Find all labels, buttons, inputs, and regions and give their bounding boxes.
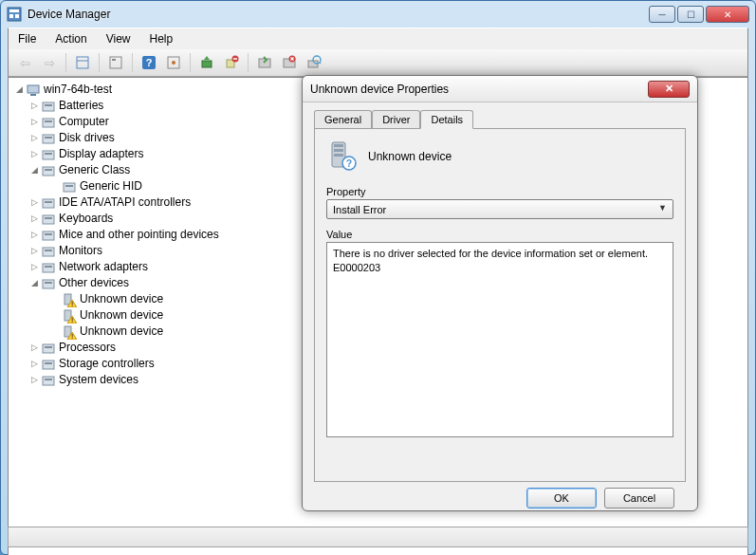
dialog-close-button[interactable]: ✕ <box>648 81 690 98</box>
svg-rect-27 <box>45 104 52 106</box>
value-line: There is no driver selected for the devi… <box>333 247 667 261</box>
device-category-icon: ! <box>62 324 77 340</box>
device-category-icon <box>41 276 56 291</box>
expander-icon[interactable]: ▷ <box>28 372 41 388</box>
svg-text:!: ! <box>71 300 73 307</box>
menu-view[interactable]: View <box>102 30 135 47</box>
svg-rect-39 <box>45 201 52 203</box>
expander-icon[interactable]: ◢ <box>28 162 41 178</box>
expander-icon[interactable]: ▷ <box>28 194 41 211</box>
cancel-button[interactable]: Cancel <box>604 488 674 509</box>
minimize-button[interactable]: ─ <box>649 6 675 23</box>
svg-rect-66 <box>334 144 343 147</box>
expander-icon[interactable]: ▷ <box>28 114 41 130</box>
device-name-label: Unknown device <box>368 150 452 163</box>
toolbar-separator <box>99 53 100 72</box>
tree-item-label: Storage controllers <box>59 356 155 372</box>
svg-rect-36 <box>64 183 75 192</box>
svg-rect-4 <box>77 57 88 68</box>
show-hidden-button[interactable] <box>72 52 93 73</box>
expander-icon[interactable]: ▷ <box>28 98 41 114</box>
property-label: Property <box>326 186 673 197</box>
details-panel: ? Unknown device Property Install Error … <box>314 129 686 482</box>
tree-item-label: Unknown device <box>80 307 163 324</box>
expander-icon[interactable]: ▷ <box>28 211 41 227</box>
tree-item-label: Generic Class <box>59 162 130 178</box>
toolbar-separator <box>248 53 249 72</box>
tree-item-label: Processors <box>59 340 116 356</box>
device-category-icon: ! <box>62 308 77 324</box>
expander-icon[interactable]: ▷ <box>28 356 41 372</box>
svg-text:!: ! <box>71 332 73 340</box>
svg-rect-43 <box>45 233 52 235</box>
expander-icon[interactable]: ▷ <box>28 227 41 243</box>
svg-rect-35 <box>45 169 52 171</box>
expander-icon[interactable]: ▷ <box>28 340 41 356</box>
window-icon <box>7 7 22 22</box>
statusbar <box>8 527 748 547</box>
svg-rect-6 <box>110 57 121 68</box>
device-category-icon <box>41 357 56 372</box>
svg-rect-47 <box>45 266 52 268</box>
help-button[interactable]: ? <box>138 52 159 73</box>
property-combobox[interactable]: Install Error <box>326 199 673 219</box>
enable-button[interactable] <box>254 52 275 73</box>
expander-icon[interactable]: ▷ <box>28 146 41 162</box>
close-button[interactable]: ✕ <box>706 6 749 23</box>
toolbar-separator <box>65 53 66 72</box>
uninstall-button[interactable] <box>221 52 242 73</box>
tree-item-label: IDE ATA/ATAPI controllers <box>59 194 191 211</box>
svg-rect-33 <box>45 153 52 155</box>
toolbar: ⇦ ⇨ ? <box>8 49 748 77</box>
tree-item-label: Mice and other pointing devices <box>59 227 219 243</box>
scan-hardware-button[interactable] <box>304 52 324 73</box>
tree-item-label: Batteries <box>59 98 103 114</box>
device-category-icon <box>41 260 56 275</box>
tab-driver[interactable]: Driver <box>372 110 420 128</box>
disable-button[interactable] <box>279 52 300 73</box>
svg-rect-30 <box>43 135 54 143</box>
scan-button[interactable] <box>163 52 184 73</box>
maximize-button[interactable]: ☐ <box>677 6 704 23</box>
svg-rect-46 <box>43 264 54 272</box>
tab-general[interactable]: General <box>314 110 372 128</box>
svg-rect-44 <box>43 248 54 256</box>
svg-rect-61 <box>43 361 54 369</box>
value-listbox[interactable]: There is no driver selected for the devi… <box>326 242 673 437</box>
device-category-icon <box>41 147 56 162</box>
device-category-icon <box>41 228 56 243</box>
device-category-icon <box>26 83 41 98</box>
tree-item-label: Unknown device <box>80 324 163 340</box>
properties-button[interactable] <box>105 52 126 73</box>
tab-details[interactable]: Details <box>420 110 473 129</box>
menu-help[interactable]: Help <box>146 30 177 47</box>
window-title: Device Manager <box>28 8 647 21</box>
expander-icon[interactable]: ◢ <box>12 82 26 98</box>
svg-rect-63 <box>43 377 54 385</box>
menu-action[interactable]: Action <box>51 30 90 47</box>
menu-file[interactable]: File <box>14 30 40 47</box>
svg-rect-40 <box>43 215 54 224</box>
device-category-icon <box>41 341 56 356</box>
titlebar[interactable]: Device Manager ─ ☐ ✕ <box>1 1 755 28</box>
update-driver-button[interactable] <box>196 52 217 73</box>
svg-rect-25 <box>30 94 36 96</box>
ok-button[interactable]: OK <box>526 488 597 509</box>
properties-dialog: Unknown device Properties ✕ General Driv… <box>302 75 698 511</box>
expander-icon[interactable]: ▷ <box>28 259 41 275</box>
expander-icon[interactable]: ◢ <box>28 275 41 291</box>
svg-rect-26 <box>43 102 54 111</box>
dialog-titlebar[interactable]: Unknown device Properties ✕ <box>303 76 697 102</box>
svg-rect-48 <box>43 280 54 288</box>
tree-item-label: Computer <box>59 114 109 130</box>
device-manager-window: Device Manager ─ ☐ ✕ File Action View He… <box>0 0 756 555</box>
expander-icon[interactable]: ▷ <box>28 130 41 146</box>
tree-item-label: Generic HID <box>80 178 142 194</box>
expander-icon[interactable]: ▷ <box>28 243 41 259</box>
tree-item-label: win7-64b-test <box>44 82 112 98</box>
device-category-icon <box>41 163 56 178</box>
tree-item-label: Network adapters <box>59 259 148 275</box>
value-line: E0000203 <box>333 261 667 275</box>
menubar: File Action View Help <box>8 28 748 49</box>
svg-rect-60 <box>45 346 52 348</box>
